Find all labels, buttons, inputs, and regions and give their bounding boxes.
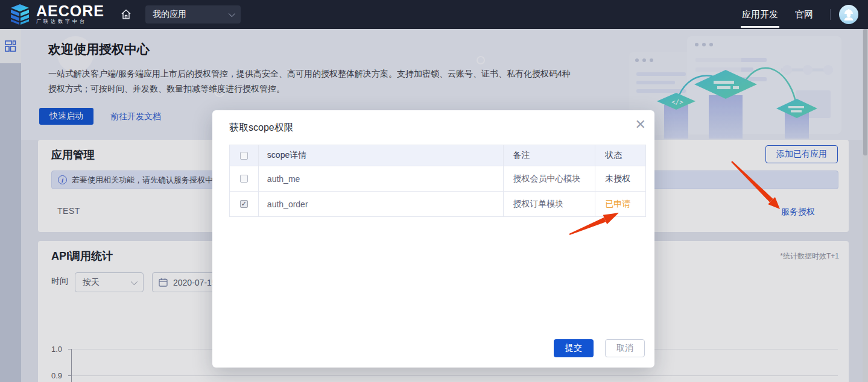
- divider: [830, 9, 831, 20]
- scope-remark: 授权订单模块: [504, 192, 596, 216]
- scope-name: auth_order: [259, 192, 504, 216]
- nav-link-app-dev[interactable]: 应用开发: [742, 0, 778, 29]
- brand-logo[interactable]: AECORE 广联达数字中台: [8, 4, 104, 25]
- submit-button[interactable]: 提交: [554, 339, 594, 357]
- engineer-avatar-icon: [842, 8, 855, 21]
- modal-title: 获取scope权限: [229, 122, 294, 134]
- scope-table: ✓ scope详情 备注 状态 ✓ auth_me 授权会员中心模块 未授权 ✓…: [229, 145, 646, 217]
- my-apps-select[interactable]: 我的应用: [145, 5, 241, 23]
- scope-remark: 授权会员中心模块: [504, 166, 596, 191]
- page: 欢迎使用授权中心 一站式解决客户端/服务端应用上市后的授权管控，提供高安全、高可…: [0, 0, 868, 382]
- status-badge: 已申请: [595, 192, 645, 216]
- table-row: ✓ auth_me 授权会员中心模块 未授权: [230, 166, 645, 192]
- page-scrollbar[interactable]: [863, 29, 868, 382]
- col-header-remark: 备注: [504, 145, 596, 166]
- row-checkbox[interactable]: ✓: [240, 200, 248, 208]
- select-all-checkbox[interactable]: ✓: [240, 152, 248, 160]
- col-header-scope: scope详情: [259, 145, 504, 166]
- home-icon[interactable]: [120, 8, 132, 20]
- col-header-status: 状态: [595, 145, 645, 166]
- user-avatar[interactable]: [839, 5, 858, 24]
- scope-permission-modal: 获取scope权限 ✕ ✓ scope详情 备注 状态 ✓ auth_me 授权…: [212, 110, 654, 368]
- top-navbar: AECORE 广联达数字中台 我的应用 应用开发 官网: [0, 0, 868, 29]
- cancel-button[interactable]: 取消: [605, 339, 645, 357]
- brand-name: AECORE: [36, 4, 104, 17]
- table-row: ✓ auth_order 授权订单模块 已申请: [230, 192, 645, 217]
- my-apps-select-value: 我的应用: [153, 9, 186, 20]
- aecore-logo-icon: [8, 4, 31, 25]
- chevron-down-icon: [229, 10, 235, 17]
- scope-name: auth_me: [259, 166, 504, 191]
- close-icon[interactable]: ✕: [635, 116, 646, 133]
- table-header-row: ✓ scope详情 备注 状态: [230, 145, 645, 166]
- row-checkbox[interactable]: ✓: [240, 175, 248, 183]
- nav-link-official-site[interactable]: 官网: [795, 0, 813, 29]
- status-badge: 未授权: [595, 166, 645, 191]
- scrollbar-thumb[interactable]: [863, 29, 867, 155]
